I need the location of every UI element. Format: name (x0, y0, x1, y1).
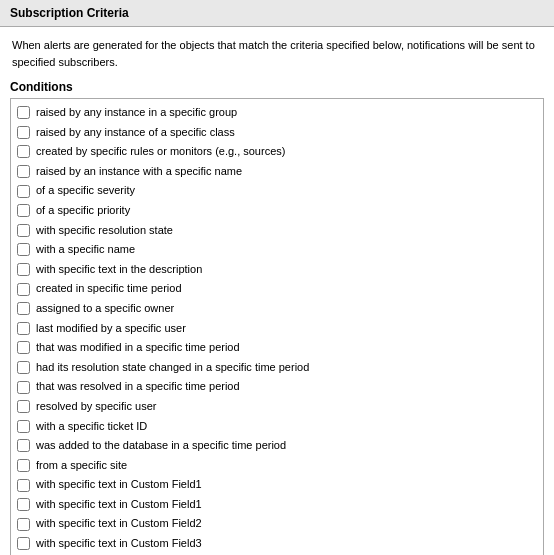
condition-label: with specific text in the description (36, 261, 202, 279)
condition-item: from a specific site (17, 456, 537, 476)
condition-label: with specific text in Custom Field1 (36, 496, 202, 514)
condition-item: was added to the database in a specific … (17, 436, 537, 456)
condition-item: had its resolution state changed in a sp… (17, 358, 537, 378)
conditions-box: raised by any instance in a specific gro… (10, 98, 544, 555)
condition-checkbox[interactable] (17, 361, 30, 374)
condition-label: of a specific priority (36, 202, 130, 220)
condition-label: assigned to a specific owner (36, 300, 174, 318)
condition-label: with a specific ticket ID (36, 418, 147, 436)
condition-label: that was modified in a specific time per… (36, 339, 240, 357)
condition-item: of a specific severity (17, 181, 537, 201)
page-header: Subscription Criteria (0, 0, 554, 27)
condition-label: with a specific name (36, 241, 135, 259)
condition-item: of a specific priority (17, 201, 537, 221)
condition-checkbox[interactable] (17, 204, 30, 217)
condition-checkbox[interactable] (17, 381, 30, 394)
condition-checkbox[interactable] (17, 420, 30, 433)
condition-checkbox[interactable] (17, 537, 30, 550)
condition-checkbox[interactable] (17, 243, 30, 256)
condition-label: with specific resolution state (36, 222, 173, 240)
condition-label: created by specific rules or monitors (e… (36, 143, 285, 161)
condition-checkbox[interactable] (17, 400, 30, 413)
condition-checkbox[interactable] (17, 341, 30, 354)
condition-label: last modified by a specific user (36, 320, 186, 338)
conditions-section: Conditions raised by any instance in a s… (10, 80, 544, 555)
condition-checkbox[interactable] (17, 322, 30, 335)
condition-label: with specific text in Custom Field2 (36, 515, 202, 533)
conditions-label: Conditions (10, 80, 544, 94)
condition-item: that was resolved in a specific time per… (17, 377, 537, 397)
condition-item: that was modified in a specific time per… (17, 338, 537, 358)
condition-item: resolved by specific user (17, 397, 537, 417)
condition-item: with specific text in Custom Field1 (17, 475, 537, 495)
condition-item: with specific text in Custom Field2 (17, 514, 537, 534)
condition-item: raised by any instance of a specific cla… (17, 123, 537, 143)
condition-checkbox[interactable] (17, 439, 30, 452)
condition-label: with specific text in Custom Field3 (36, 535, 202, 553)
condition-item: created by specific rules or monitors (e… (17, 142, 537, 162)
condition-label: of a specific severity (36, 182, 135, 200)
condition-checkbox[interactable] (17, 263, 30, 276)
condition-item: with specific resolution state (17, 221, 537, 241)
condition-item: with specific text in the description (17, 260, 537, 280)
page-title: Subscription Criteria (10, 6, 129, 20)
condition-checkbox[interactable] (17, 224, 30, 237)
condition-checkbox[interactable] (17, 498, 30, 511)
condition-label: created in specific time period (36, 280, 182, 298)
condition-checkbox[interactable] (17, 106, 30, 119)
condition-item: with specific text in Custom Field3 (17, 534, 537, 554)
condition-item: with specific text in Custom Field1 (17, 495, 537, 515)
condition-item: created in specific time period (17, 279, 537, 299)
condition-checkbox[interactable] (17, 302, 30, 315)
condition-checkbox[interactable] (17, 518, 30, 531)
condition-label: was added to the database in a specific … (36, 437, 286, 455)
condition-checkbox[interactable] (17, 459, 30, 472)
condition-label: raised by any instance of a specific cla… (36, 124, 235, 142)
condition-item: raised by an instance with a specific na… (17, 162, 537, 182)
condition-checkbox[interactable] (17, 283, 30, 296)
condition-label: from a specific site (36, 457, 127, 475)
condition-label: raised by any instance in a specific gro… (36, 104, 237, 122)
condition-item: with a specific name (17, 240, 537, 260)
condition-item: assigned to a specific owner (17, 299, 537, 319)
condition-label: resolved by specific user (36, 398, 156, 416)
condition-item: with a specific ticket ID (17, 417, 537, 437)
condition-item: last modified by a specific user (17, 319, 537, 339)
condition-checkbox[interactable] (17, 479, 30, 492)
condition-checkbox[interactable] (17, 145, 30, 158)
condition-checkbox[interactable] (17, 126, 30, 139)
condition-label: that was resolved in a specific time per… (36, 378, 240, 396)
condition-label: had its resolution state changed in a sp… (36, 359, 309, 377)
condition-checkbox[interactable] (17, 165, 30, 178)
condition-checkbox[interactable] (17, 185, 30, 198)
condition-label: with specific text in Custom Field1 (36, 476, 202, 494)
condition-label: raised by an instance with a specific na… (36, 163, 242, 181)
description: When alerts are generated for the object… (0, 27, 554, 80)
condition-item: raised by any instance in a specific gro… (17, 103, 537, 123)
